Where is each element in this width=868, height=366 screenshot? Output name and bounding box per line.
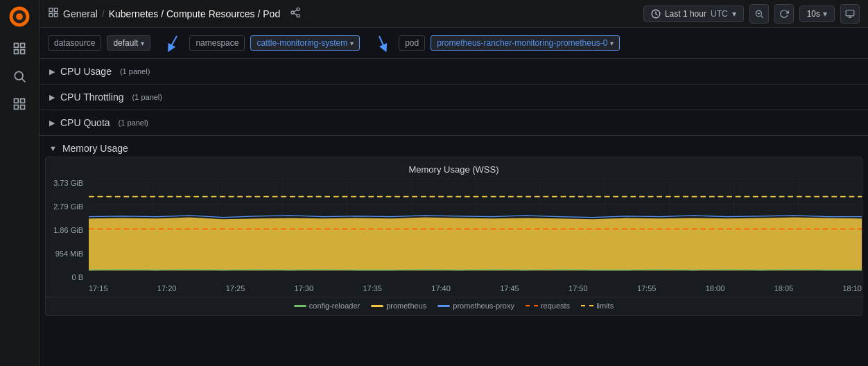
interval-label: 10s [807,9,820,19]
svg-rect-10 [21,99,25,103]
timezone-label: UTC [711,9,728,19]
x-label-2: 17:25 [226,284,245,293]
legend-label-requests: requests [541,302,570,310]
cpu-throttling-section[interactable]: ▶ CPU Throttling (1 panel) [40,85,868,110]
sidebar [0,0,40,366]
svg-rect-3 [15,44,19,48]
interval-selector[interactable]: 10s ▾ [799,6,835,22]
svg-point-7 [15,71,23,80]
chart-legend: config-reloader prometheus prometheus-pr… [46,297,862,315]
pod-select[interactable]: prometheus-rancher-monitoring-prometheus… [431,35,620,51]
cpu-quota-section[interactable]: ▶ CPU Quota (1 panel) [40,110,868,136]
x-label-11: 18:10 [842,284,862,293]
search-icon[interactable] [7,64,32,89]
svg-line-8 [22,79,26,82]
memory-title: Memory Usage [62,143,128,154]
main-content: datasource default ▾ namespace cattle-mo… [40,28,868,316]
datasource-label: datasource [48,35,101,51]
legend-label-limits: limits [596,302,614,310]
svg-line-21 [294,10,297,12]
x-axis-labels: 17:15 17:20 17:25 17:30 17:35 17:40 17:4… [89,283,862,295]
dashboards-icon[interactable] [7,92,32,116]
zoom-out-button[interactable] [749,4,769,24]
time-label: Last 1 hour [665,9,706,19]
svg-rect-11 [15,105,19,110]
memory-header[interactable]: ▼ Memory Usage [40,136,868,157]
legend-label-config-reloader: config-reloader [309,302,360,310]
svg-line-24 [761,15,763,17]
legend-dash-limits [581,305,593,306]
x-label-3: 17:30 [295,284,314,293]
menu-icon[interactable] [7,36,32,61]
x-label-9: 18:00 [706,284,725,293]
legend-label-prometheus-proxy: prometheus-proxy [453,302,514,310]
memory-section: ▼ Memory Usage Memory Usage (WSS) 3.73 G… [40,136,868,316]
svg-rect-5 [15,50,19,54]
x-label-6: 17:45 [500,284,519,293]
chart-svg: 17:15 17:20 17:25 17:30 17:35 17:40 17:4… [89,179,862,295]
x-label-4: 17:35 [363,284,382,293]
svg-marker-45 [89,218,862,271]
display-button[interactable] [840,4,860,24]
share-icon[interactable] [290,7,301,20]
svg-rect-13 [49,8,53,12]
legend-color-config-reloader [294,305,306,307]
cpu-throttling-title: CPU Throttling [60,92,124,103]
breadcrumb-sep: / [102,8,105,19]
cpu-usage-chevron: ▶ [49,67,55,76]
svg-rect-26 [846,10,854,15]
memory-chart-container: Memory Usage (WSS) 3.73 GiB 2.79 GiB 1.8… [45,157,862,316]
svg-rect-9 [15,99,19,103]
x-label-7: 17:50 [568,284,588,293]
x-label-0: 17:15 [89,284,108,293]
legend-config-reloader: config-reloader [294,302,360,310]
chart-area: 3.73 GiB 2.79 GiB 1.86 GiB 954 MiB 0 B [46,179,862,295]
grafana-logo[interactable] [8,6,31,28]
svg-point-2 [16,13,23,20]
breadcrumb-home[interactable]: General [63,8,98,19]
cpu-quota-badge: (1 panel) [119,119,148,127]
chart-title: Memory Usage (WSS) [46,164,862,175]
x-label-8: 17:55 [637,284,657,293]
legend-prometheus: prometheus [371,302,426,310]
legend-limits: limits [581,302,614,310]
x-label-5: 17:40 [431,284,451,293]
refresh-button[interactable] [774,4,794,24]
svg-point-19 [297,15,300,17]
y-label-0: 3.73 GiB [51,179,83,187]
breadcrumb: General / Kubernetes / Compute Resources… [48,7,639,20]
topbar: General / Kubernetes / Compute Resources… [40,0,868,28]
cpu-usage-title: CPU Usage [60,66,112,77]
x-label-1: 17:20 [157,284,177,293]
pod-label: pod [399,35,425,51]
time-range-picker[interactable]: Last 1 hour UTC ▾ [643,6,744,22]
topbar-controls: Last 1 hour UTC ▾ 10s ▾ [643,4,860,24]
svg-point-18 [291,11,294,14]
namespace-label: namespace [189,35,245,51]
svg-rect-6 [21,50,25,54]
x-label-10: 18:05 [774,284,794,293]
legend-dash-requests [526,305,538,306]
y-label-1: 2.79 GiB [51,202,83,211]
legend-color-prometheus-proxy [437,305,450,307]
cpu-throttling-badge: (1 panel) [132,93,162,101]
cpu-usage-section[interactable]: ▶ CPU Usage (1 panel) [40,59,868,85]
svg-rect-16 [54,13,58,17]
y-label-3: 954 MiB [51,250,83,258]
cpu-throttling-chevron: ▶ [49,93,55,102]
datasource-select[interactable]: default ▾ [107,35,150,51]
breadcrumb-current: Kubernetes / Compute Resources / Pod [109,8,280,19]
legend-requests: requests [526,302,570,310]
annotation-arrow-2 [365,33,393,53]
annotation-arrow-1 [156,33,184,53]
cpu-usage-badge: (1 panel) [120,67,150,76]
memory-chevron: ▼ [49,144,57,152]
y-axis: 3.73 GiB 2.79 GiB 1.86 GiB 954 MiB 0 B [46,179,89,295]
svg-rect-15 [49,13,53,17]
namespace-select[interactable]: cattle-monitoring-system ▾ [250,35,360,51]
svg-rect-12 [21,105,25,110]
grid-icon [48,7,59,20]
cpu-quota-chevron: ▶ [49,119,55,128]
svg-rect-14 [54,8,58,12]
y-label-4: 0 B [51,273,83,281]
